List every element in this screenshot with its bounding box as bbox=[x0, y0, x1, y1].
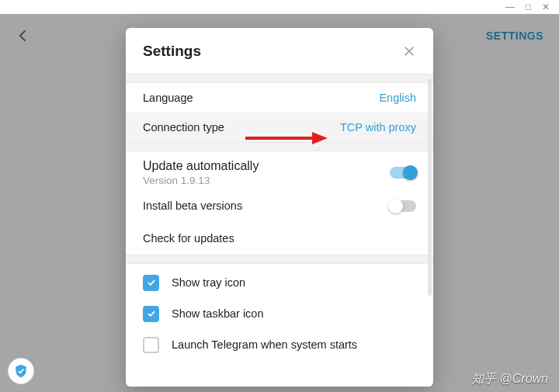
connection-type-row[interactable]: Connection type TCP with proxy bbox=[126, 113, 433, 142]
show-taskbar-row[interactable]: Show taskbar icon bbox=[126, 298, 433, 329]
settings-modal: Settings Language English Connection typ… bbox=[126, 28, 433, 387]
tray-checkbox[interactable] bbox=[143, 275, 159, 291]
update-automatically-row[interactable]: Update automatically Version 1.9.13 bbox=[126, 151, 433, 189]
autostart-row[interactable]: Launch Telegram when system starts bbox=[126, 329, 433, 360]
modal-body: Language English Connection type TCP wit… bbox=[126, 74, 433, 387]
language-label: Language bbox=[143, 92, 193, 104]
update-auto-toggle[interactable] bbox=[390, 167, 416, 179]
update-auto-label: Update automatically bbox=[143, 159, 259, 173]
autostart-checkbox[interactable] bbox=[143, 337, 159, 353]
check-updates-row[interactable]: Check for updates bbox=[126, 222, 433, 255]
taskbar-checkbox[interactable] bbox=[143, 306, 159, 322]
tray-label: Show tray icon bbox=[172, 276, 245, 289]
minimize-button[interactable]: — bbox=[505, 2, 515, 12]
version-label: Version 1.9.13 bbox=[143, 175, 259, 186]
watermark-text: 知乎 @Crown bbox=[471, 371, 548, 387]
verified-badge-icon[interactable] bbox=[8, 358, 34, 384]
maximize-button[interactable]: □ bbox=[526, 2, 531, 12]
window-titlebar: — □ ✕ bbox=[0, 0, 559, 14]
check-updates-label: Check for updates bbox=[143, 232, 234, 245]
close-window-button[interactable]: ✕ bbox=[542, 2, 550, 12]
autostart-label: Launch Telegram when system starts bbox=[172, 338, 357, 351]
show-tray-row[interactable]: Show tray icon bbox=[126, 267, 433, 298]
taskbar-label: Show taskbar icon bbox=[172, 307, 263, 320]
section-divider bbox=[126, 74, 433, 83]
close-icon[interactable] bbox=[402, 44, 416, 58]
language-value: English bbox=[379, 92, 416, 104]
language-row[interactable]: Language English bbox=[126, 83, 433, 113]
install-beta-row[interactable]: Install beta versions bbox=[126, 189, 433, 222]
modal-header: Settings bbox=[126, 28, 433, 74]
beta-toggle[interactable] bbox=[390, 200, 416, 212]
scrollbar[interactable] bbox=[428, 78, 432, 296]
beta-label: Install beta versions bbox=[143, 199, 242, 212]
connection-label: Connection type bbox=[143, 121, 224, 134]
section-divider bbox=[126, 142, 433, 151]
modal-title: Settings bbox=[143, 43, 201, 60]
section-divider bbox=[126, 255, 433, 264]
connection-value: TCP with proxy bbox=[340, 121, 416, 134]
